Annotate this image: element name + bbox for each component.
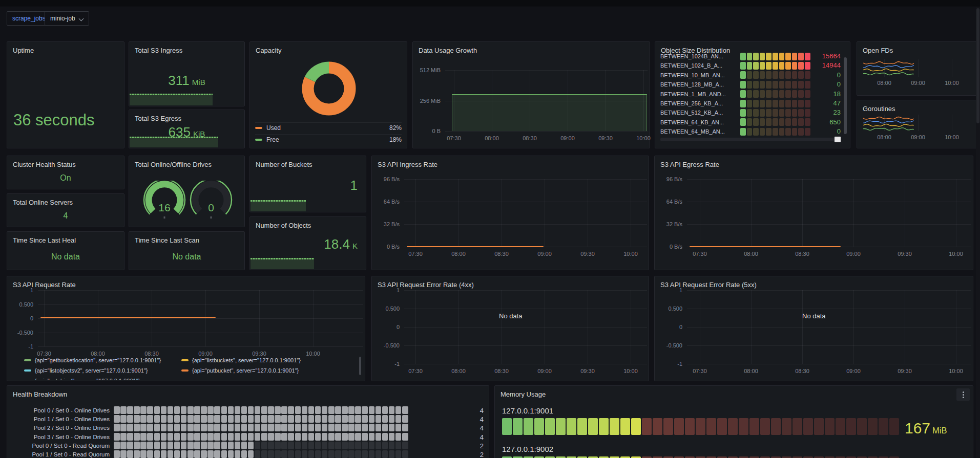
led-cell (114, 424, 120, 431)
led-cell (302, 433, 308, 441)
led-cell (753, 71, 759, 79)
object-size-row-value: 18 (809, 90, 841, 98)
led-cell (534, 418, 544, 435)
led-cell (785, 81, 791, 89)
led-cell (785, 53, 791, 60)
led-cell (194, 442, 200, 449)
variable-select-job[interactable]: minio-job (45, 11, 89, 26)
led-cell (653, 456, 662, 458)
horizontal-scrollbar[interactable] (660, 138, 840, 141)
grid-line (687, 179, 971, 180)
led-cell (214, 442, 220, 449)
chart-legend: {api="getbucketlocation", server="127.0.… (7, 354, 360, 380)
led-cell (328, 424, 335, 431)
uptime-value: 36 seconds (13, 111, 95, 129)
legend-item[interactable]: {api="putbucket", server="127.0.0.1:9001… (181, 367, 299, 374)
grid-line (588, 179, 588, 247)
egress-sparkline (130, 137, 218, 147)
object-size-row-value: 47 (809, 99, 841, 107)
led-cell (255, 442, 261, 449)
legend-item[interactable]: {api="getbucketlocation", server="127.0.… (24, 357, 161, 363)
led-cell (127, 406, 133, 414)
object-size-row-label: BETWEEN_128_MB_A... (660, 81, 731, 88)
led-cell (376, 406, 382, 414)
legend-item[interactable]: {api="putobject", server="127.0.0.1:9001… (24, 378, 140, 380)
led-cell (288, 442, 294, 449)
led-cell (502, 456, 512, 458)
legend-item-used[interactable]: Used 82% (255, 122, 402, 133)
health-led-bar (114, 450, 408, 458)
health-row-label: Pool 1 / Set 0 - Online Drives (12, 416, 110, 422)
y-axis-tick-label: -0.500 (7, 330, 33, 336)
led-cell (792, 128, 798, 136)
legend-scrollbar[interactable] (359, 357, 361, 375)
grid-line (404, 290, 647, 291)
led-cell (766, 71, 772, 79)
led-cell (221, 424, 227, 431)
led-cell (168, 424, 174, 431)
led-cell (114, 415, 120, 423)
led-cell (228, 415, 234, 423)
led-cell (268, 433, 274, 441)
panel-total-s3-ingress: Total S3 Ingress 311MiB (129, 41, 245, 106)
led-cell (328, 415, 335, 423)
led-cell (749, 456, 759, 458)
grid-line (38, 304, 363, 305)
led-cell (201, 424, 207, 431)
led-cell (502, 418, 512, 435)
led-cell (328, 406, 335, 414)
led-cell (760, 90, 765, 98)
led-cell (161, 450, 167, 458)
led-cell (328, 450, 335, 458)
led-cell (545, 456, 555, 458)
legend-item[interactable]: {api="listobjectsv2", server="127.0.0.1:… (24, 367, 148, 374)
legend-series-swatch (181, 359, 189, 361)
led-cell (322, 450, 328, 458)
led-cell (642, 456, 652, 458)
led-cell (889, 418, 899, 435)
y-axis-tick-label: 0.500 (7, 301, 33, 308)
led-cell (779, 81, 785, 89)
led-cell (610, 418, 619, 435)
led-cell (241, 442, 247, 449)
led-cell (642, 418, 652, 435)
grid-line (687, 202, 971, 202)
led-cell (653, 418, 662, 435)
led-cell (335, 433, 341, 441)
page-scrollbar[interactable] (976, 7, 980, 458)
led-cell (631, 456, 641, 458)
horizontal-scrollbar-thumb[interactable] (835, 137, 841, 142)
led-cell (147, 406, 153, 414)
led-cell (663, 456, 673, 458)
led-cell (402, 406, 408, 414)
object-size-row-label: BETWEEN_64_MB_AN... (660, 128, 731, 135)
y-axis-tick-label: -1 (7, 343, 33, 350)
led-cell (685, 418, 695, 435)
legend-item-free[interactable]: Free 18% (255, 134, 402, 145)
led-cell (382, 442, 388, 449)
grid-line (853, 290, 854, 364)
led-cell (771, 418, 781, 435)
led-cell (369, 415, 375, 423)
led-cell (295, 442, 301, 449)
led-cell (376, 415, 382, 423)
led-cell (728, 456, 738, 458)
led-cell (174, 442, 180, 449)
x-axis-tick-label: 09:30 (576, 251, 599, 257)
grid-line (38, 333, 363, 333)
grid-line (38, 346, 363, 347)
x-axis-tick-label: 07:30 (404, 368, 427, 374)
legend-item[interactable]: {api="listbuckets", server="127.0.0.1:90… (181, 357, 301, 363)
led-cell (228, 424, 234, 431)
led-cell (187, 406, 194, 414)
object-size-row-value: 0 (809, 71, 841, 79)
vertical-scrollbar[interactable] (844, 57, 847, 134)
page-scrollbar-thumb[interactable] (976, 8, 979, 123)
led-cell (766, 100, 772, 107)
led-cell (631, 418, 641, 435)
led-cell (127, 450, 133, 458)
led-cell (740, 90, 746, 98)
led-cell (760, 71, 765, 79)
led-cell (120, 424, 127, 431)
led-cell (315, 450, 321, 458)
